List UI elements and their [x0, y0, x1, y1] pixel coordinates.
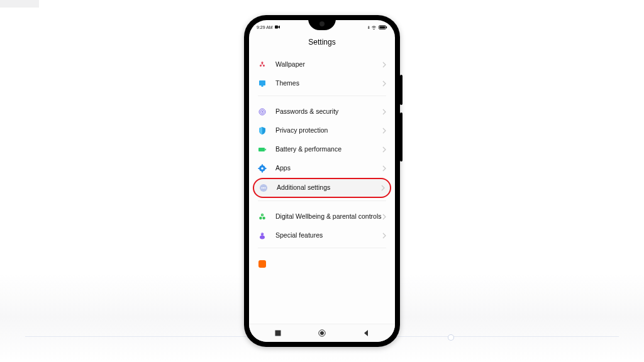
chevron-right-icon	[382, 233, 386, 239]
phone-side-button	[400, 75, 402, 105]
bottom-fade	[249, 308, 395, 324]
android-navbar	[249, 324, 395, 342]
row-label: Battery & performance	[275, 145, 382, 153]
svg-point-24	[262, 214, 262, 215]
phone-mockup: 9:29 AM ılı Settings Wallpaper	[244, 15, 400, 347]
signal-icon: ılı	[368, 25, 369, 30]
chevron-right-icon	[382, 62, 386, 68]
row-battery-performance[interactable]: Battery & performance	[249, 140, 395, 159]
row-additional-settings[interactable]: Additional settings	[253, 178, 391, 198]
chevron-right-icon	[382, 80, 386, 87]
row-label: Special features	[275, 231, 382, 239]
section-divider	[258, 248, 386, 255]
svg-rect-3	[380, 26, 386, 28]
wifi-icon	[371, 25, 377, 30]
phone-screen: 9:29 AM ılı Settings Wallpaper	[249, 20, 395, 342]
svg-rect-5	[262, 85, 264, 87]
row-partially-hidden[interactable]	[249, 255, 395, 268]
row-label: Privacy protection	[275, 126, 382, 134]
chevron-right-icon	[382, 146, 386, 153]
svg-rect-29	[275, 331, 281, 336]
section-divider	[258, 200, 386, 207]
svg-point-18	[262, 187, 263, 189]
mi-icon	[258, 260, 267, 268]
decorative-tab	[0, 0, 39, 8]
wellbeing-icon	[258, 212, 267, 221]
svg-point-27	[262, 233, 262, 234]
chevron-right-icon	[382, 214, 386, 220]
svg-point-20	[265, 187, 266, 189]
page-title: Settings	[249, 33, 395, 55]
video-icon	[275, 25, 280, 29]
row-privacy-protection[interactable]: Privacy protection	[249, 121, 395, 140]
row-digital-wellbeing[interactable]: Digital Wellbeing & parental controls	[249, 207, 395, 226]
shield-icon	[258, 126, 267, 135]
battery-icon	[379, 25, 387, 30]
svg-point-23	[262, 217, 265, 219]
svg-rect-0	[275, 26, 278, 29]
nav-recent-button[interactable]	[263, 329, 293, 337]
additional-settings-icon	[259, 184, 268, 192]
row-label: Themes	[275, 79, 382, 87]
fingerprint-icon	[258, 107, 267, 116]
row-label: Digital Wellbeing & parental controls	[275, 212, 382, 221]
chevron-right-icon	[382, 165, 386, 172]
themes-icon	[258, 79, 267, 88]
row-wallpaper[interactable]: Wallpaper	[249, 55, 395, 74]
row-label: Additional settings	[277, 184, 381, 192]
row-label: Wallpaper	[275, 60, 382, 69]
row-label	[275, 261, 277, 268]
svg-rect-28	[258, 260, 266, 268]
row-label: Apps	[275, 164, 382, 172]
svg-point-19	[263, 187, 264, 189]
section-divider	[258, 96, 386, 102]
chevron-right-icon	[381, 185, 385, 191]
svg-rect-4	[259, 80, 265, 85]
decorative-slider-knob	[448, 334, 454, 341]
svg-point-25	[260, 236, 265, 239]
svg-rect-10	[265, 149, 267, 151]
battery-icon	[258, 145, 267, 154]
status-time: 9:29 AM	[257, 25, 273, 30]
row-label: Passwords & security	[275, 107, 382, 116]
wallpaper-icon	[258, 60, 267, 69]
phone-side-button	[400, 112, 402, 162]
chevron-right-icon	[382, 109, 386, 115]
svg-point-26	[261, 233, 264, 235]
row-apps[interactable]: Apps	[249, 159, 395, 178]
svg-point-31	[320, 331, 324, 335]
svg-point-8	[262, 111, 263, 112]
row-special-features[interactable]: Special features	[249, 226, 395, 245]
nav-back-button[interactable]	[351, 329, 381, 337]
svg-point-22	[259, 217, 262, 219]
svg-rect-9	[258, 148, 265, 151]
special-features-icon	[258, 231, 267, 240]
row-passwords-security[interactable]: Passwords & security	[249, 102, 395, 121]
svg-point-12	[261, 167, 264, 170]
row-themes[interactable]: Themes	[249, 74, 395, 93]
chevron-right-icon	[382, 128, 386, 134]
svg-rect-2	[386, 26, 387, 28]
nav-home-button[interactable]	[307, 329, 337, 337]
gear-icon	[258, 164, 267, 173]
settings-list: Wallpaper Themes Passwords & security	[249, 55, 395, 268]
